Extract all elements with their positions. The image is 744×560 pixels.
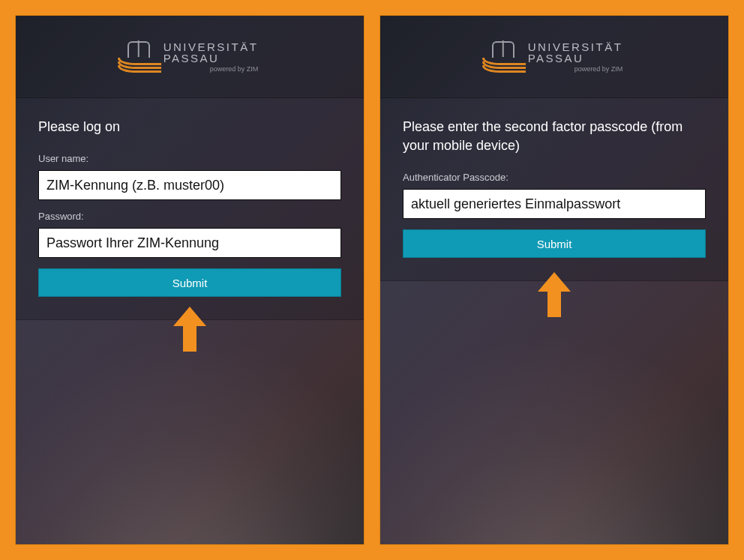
form-heading: Please log on <box>38 118 341 136</box>
passcode-input[interactable] <box>403 189 706 219</box>
password-label: Password: <box>38 211 341 222</box>
login-form: Please log on User name: Password: Submi… <box>16 98 364 320</box>
submit-button[interactable]: Submit <box>403 229 706 258</box>
arrow-up-icon <box>173 307 206 352</box>
logo-line1: UNIVERSITÄT <box>164 41 259 52</box>
logo-text: UNIVERSITÄT PASSAU powered by ZIM <box>528 41 623 73</box>
logo-icon <box>122 41 156 73</box>
university-logo: UNIVERSITÄT PASSAU powered by ZIM <box>486 41 623 73</box>
mfa-form: Please enter the second factor passcode … <box>380 98 728 281</box>
logo-header: UNIVERSITÄT PASSAU powered by ZIM <box>380 16 728 98</box>
logo-subline: powered by ZIM <box>164 66 259 73</box>
arrow-up-icon <box>538 272 571 317</box>
logo-header: UNIVERSITÄT PASSAU powered by ZIM <box>16 16 364 98</box>
username-input[interactable] <box>38 170 341 200</box>
passcode-label: Authenticator Passcode: <box>403 172 706 183</box>
logo-text: UNIVERSITÄT PASSAU powered by ZIM <box>164 41 259 73</box>
logo-line2: PASSAU <box>164 52 259 64</box>
logo-icon <box>486 41 520 73</box>
logo-line1: UNIVERSITÄT <box>528 41 623 52</box>
university-logo: UNIVERSITÄT PASSAU powered by ZIM <box>122 41 259 73</box>
logo-line2: PASSAU <box>528 52 623 64</box>
password-input[interactable] <box>38 228 341 258</box>
login-panel-step1: UNIVERSITÄT PASSAU powered by ZIM Please… <box>15 15 364 545</box>
submit-button[interactable]: Submit <box>38 268 341 297</box>
username-label: User name: <box>38 153 341 164</box>
login-panel-step2: UNIVERSITÄT PASSAU powered by ZIM Please… <box>380 15 729 545</box>
form-heading: Please enter the second factor passcode … <box>403 118 706 155</box>
logo-subline: powered by ZIM <box>528 66 623 73</box>
